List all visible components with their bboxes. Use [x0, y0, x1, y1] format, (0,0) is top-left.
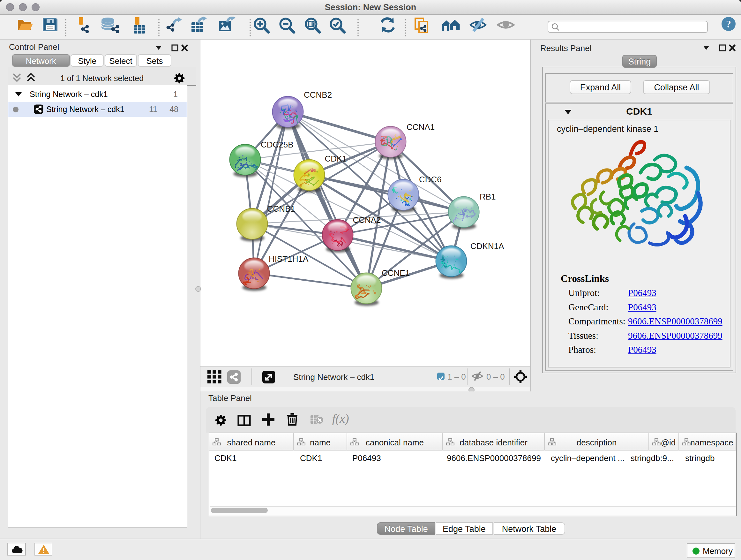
- svg-text:CCNE1: CCNE1: [382, 268, 410, 278]
- svg-text:CCNA1: CCNA1: [407, 122, 434, 132]
- svg-text:CDC25B: CDC25B: [261, 140, 293, 149]
- svg-text:RB1: RB1: [480, 192, 496, 201]
- svg-text:CCNA2: CCNA2: [353, 215, 381, 225]
- svg-text:CDK1: CDK1: [325, 154, 347, 164]
- svg-text:CCNB2: CCNB2: [304, 90, 332, 100]
- svg-text:CDC6: CDC6: [419, 175, 442, 184]
- svg-text:CDKN1A: CDKN1A: [470, 241, 504, 251]
- svg-text:CCNB1: CCNB1: [267, 204, 295, 213]
- svg-text:HIST1H1A: HIST1H1A: [269, 254, 309, 264]
- svg-text:?: ?: [726, 18, 731, 30]
